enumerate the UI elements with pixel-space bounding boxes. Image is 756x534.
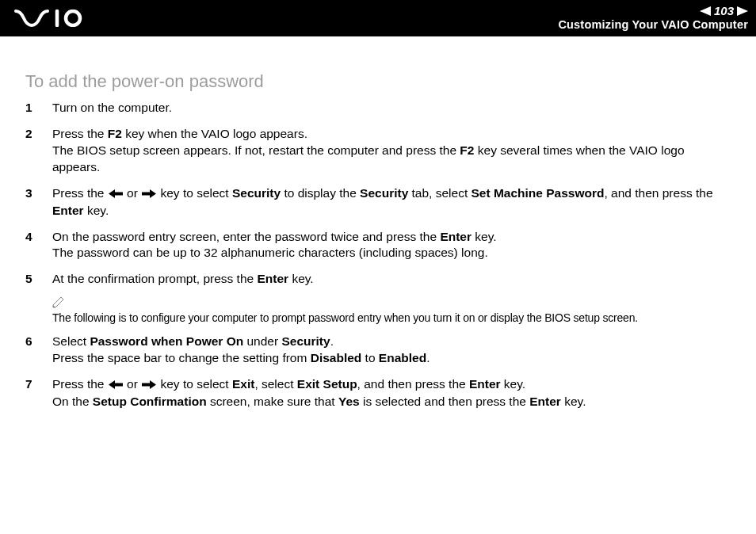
step-number: 2 (25, 126, 52, 176)
step-body: Select Password when Power On under Secu… (52, 334, 734, 367)
bold-text: Enter (52, 204, 84, 217)
svg-point-1 (66, 11, 80, 25)
step-body: On the password entry screen, enter the … (52, 229, 734, 262)
bold-text: Setup Confirmation (93, 395, 207, 408)
page-content: To add the power-on password 1Turn on th… (0, 36, 756, 410)
bold-text: Enter (257, 272, 288, 285)
header-bar: 103 Customizing Your VAIO Computer (0, 0, 756, 36)
bold-text: Exit Setup (297, 377, 357, 391)
bold-text: Security (281, 334, 330, 348)
step-number: 4 (25, 229, 52, 262)
step-body: Turn on the computer. (52, 100, 734, 116)
bold-text: F2 (460, 143, 474, 157)
vaio-logo (14, 10, 94, 27)
svg-marker-3 (737, 6, 748, 16)
breadcrumb[interactable]: Customizing Your VAIO Computer (558, 18, 748, 32)
arrow-right-icon (142, 377, 156, 394)
step-number: 6 (25, 334, 52, 367)
bold-text: Enabled (379, 351, 426, 364)
bold-text: Security (232, 186, 281, 200)
svg-marker-2 (700, 6, 711, 16)
bold-text: Yes (338, 395, 360, 408)
step-number: 7 (25, 376, 52, 410)
step-body: At the confirmation prompt, press the En… (52, 271, 734, 288)
header-right: 103 Customizing Your VAIO Computer (558, 4, 748, 32)
steps-list: 1Turn on the computer.2Press the F2 key … (25, 100, 734, 288)
step-item: 7Press the or key to select Exit, select… (25, 376, 734, 410)
svg-marker-5 (142, 189, 156, 198)
step-body: Press the or key to select Security to d… (52, 185, 734, 219)
bold-text: F2 (108, 127, 122, 140)
bold-text: Enter (440, 230, 472, 243)
step-item: 3Press the or key to select Security to … (25, 185, 734, 219)
bold-text: Exit (232, 377, 254, 391)
step-body: Press the F2 key when the VAIO logo appe… (52, 126, 734, 176)
arrow-left-icon (109, 377, 123, 394)
section-title: To add the power-on password (25, 71, 734, 92)
svg-marker-7 (142, 380, 156, 389)
page-nav: 103 (558, 4, 748, 18)
svg-marker-6 (109, 380, 123, 389)
arrow-right-icon (142, 186, 156, 203)
svg-marker-4 (109, 189, 123, 198)
bold-text: Enter (529, 395, 561, 408)
note-text: The following is to configure your compu… (52, 311, 734, 324)
bold-text: Password when Power On (90, 334, 243, 348)
step-item: 1Turn on the computer. (25, 100, 734, 116)
steps-list-continued: 6Select Password when Power On under Sec… (25, 334, 734, 410)
step-item: 4On the password entry screen, enter the… (25, 229, 734, 262)
arrow-left-icon (109, 186, 123, 203)
step-number: 3 (25, 185, 52, 219)
step-item: 5At the confirmation prompt, press the E… (25, 271, 734, 288)
step-body: Press the or key to select Exit, select … (52, 376, 734, 410)
step-item: 2Press the F2 key when the VAIO logo app… (25, 126, 734, 176)
step-item: 6Select Password when Power On under Sec… (25, 334, 734, 367)
step-number: 1 (25, 100, 52, 116)
bold-text: Disabled (311, 351, 362, 364)
note-icon (52, 297, 734, 311)
bold-text: Security (360, 186, 408, 200)
next-page-arrow-icon[interactable] (737, 6, 748, 16)
step-number: 5 (25, 271, 52, 288)
page-number: 103 (714, 4, 734, 18)
note-block: The following is to configure your compu… (52, 297, 734, 324)
bold-text: Enter (469, 377, 501, 391)
bold-text: Set Machine Password (472, 186, 605, 200)
prev-page-arrow-icon[interactable] (700, 6, 711, 16)
